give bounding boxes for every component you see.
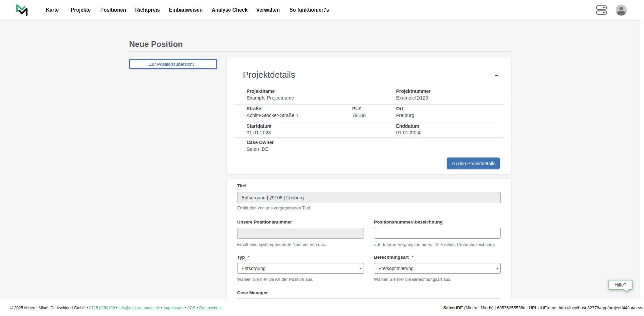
svg-text:Hilfe?: Hilfe? bbox=[614, 282, 627, 288]
